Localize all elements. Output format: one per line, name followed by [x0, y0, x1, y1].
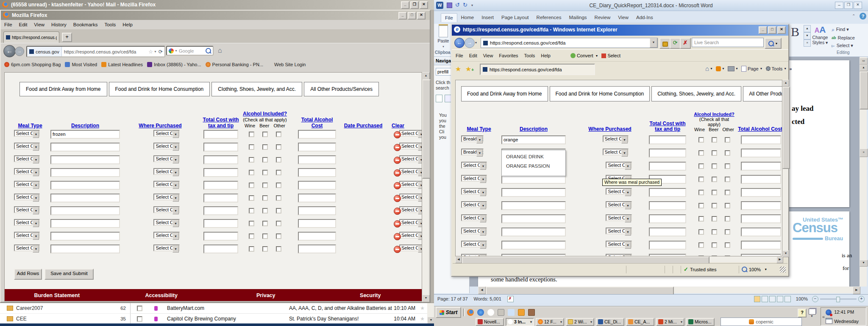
where-purchased-select[interactable]: Select One: [606, 162, 632, 169]
wine-checkbox[interactable]: [698, 203, 704, 208]
favorites-tab[interactable]: https://respond.census.gov/ced/fda: [480, 64, 595, 75]
ribbon-tab[interactable]: Add-Ins: [632, 13, 657, 22]
taskbar-window-button[interactable]: CE_Di...: [596, 318, 624, 326]
ruler-toggle-icon[interactable]: ▭: [860, 58, 868, 65]
word-count[interactable]: Words: 5,001: [474, 296, 501, 301]
help-icon[interactable]: ?: [860, 13, 866, 20]
scroll-up-icon[interactable]: ▲: [782, 80, 789, 87]
description-input[interactable]: [501, 228, 566, 236]
description-input[interactable]: [501, 214, 566, 223]
security-lock-icon[interactable]: [659, 38, 670, 49]
other-checkbox[interactable]: [725, 137, 730, 143]
bookmark-item[interactable]: Latest Headlines: [101, 62, 143, 67]
styles-scroll-up-icon[interactable]: ▲: [804, 25, 811, 32]
wine-checkbox[interactable]: [698, 190, 704, 195]
alcohol-cost-input[interactable]: [298, 143, 336, 152]
maximize-button[interactable]: □: [408, 12, 416, 20]
beer-checkbox[interactable]: [262, 208, 268, 214]
site-identity-chip[interactable]: census.gov: [27, 47, 62, 56]
browser-tab[interactable]: https://respond.census.gov/ced/fda: [3, 31, 59, 43]
styles-scroll-down-icon[interactable]: ▼: [804, 32, 811, 39]
clear-row-button[interactable]: [394, 233, 401, 240]
firefox-titlebar[interactable]: Mozilla Firefox _ □ ✕: [1, 11, 430, 20]
wine-checkbox[interactable]: [698, 150, 704, 156]
meal-type-select[interactable]: Select One: [14, 244, 40, 251]
menu-item[interactable]: History: [48, 22, 70, 27]
where-purchased-select[interactable]: Select One: [153, 130, 179, 137]
maximize-button[interactable]: □: [768, 26, 776, 34]
zoom-out-icon[interactable]: −: [812, 296, 818, 302]
form-tab[interactable]: All Other Products/Services: [304, 82, 379, 96]
clear-row-button[interactable]: [394, 144, 401, 151]
history-dropdown-icon[interactable]: ▾: [475, 41, 477, 45]
clock-time[interactable]: 12:41 PM: [834, 309, 859, 315]
scroll-down-icon[interactable]: ▼: [860, 260, 868, 267]
alcohol-cost-input[interactable]: [741, 228, 781, 236]
menu-item[interactable]: Help: [538, 53, 554, 58]
scroll-down-icon[interactable]: ▼: [782, 250, 789, 257]
close-button[interactable]: ✕: [854, 2, 862, 9]
total-cost-input[interactable]: [203, 206, 238, 215]
autocomplete-option[interactable]: ORANGE DRINK: [502, 152, 565, 161]
meal-type-select[interactable]: Select One: [14, 194, 40, 200]
back-button[interactable]: ←: [3, 45, 16, 57]
search-go-button[interactable]: ▼: [765, 38, 782, 49]
beer-checkbox[interactable]: [712, 177, 717, 182]
wine-checkbox[interactable]: [698, 137, 704, 143]
menu-item[interactable]: Edit: [16, 22, 31, 27]
other-checkbox[interactable]: [276, 221, 281, 226]
other-checkbox[interactable]: [276, 208, 281, 214]
search-engine-dropdown-icon[interactable]: ▼: [175, 49, 178, 52]
meal-type-select[interactable]: Select One: [14, 181, 40, 188]
url-bar[interactable]: census.gov https://respond.census.gov/ce…: [26, 46, 165, 57]
beer-checkbox[interactable]: [712, 137, 717, 143]
description-input[interactable]: [50, 168, 120, 177]
find-button[interactable]: ⌕Find ▾: [832, 25, 855, 34]
description-input[interactable]: [50, 181, 120, 190]
url-text[interactable]: https://respond.census.gov/ced/fda: [62, 49, 149, 54]
meal-type-select[interactable]: Select One: [14, 168, 40, 175]
description-input[interactable]: [50, 206, 120, 215]
ribbon-tab[interactable]: Page Layout: [498, 13, 533, 22]
refresh-icon[interactable]: ⟳: [670, 38, 681, 49]
meal-type-select[interactable]: Select One: [461, 214, 487, 221]
wine-checkbox[interactable]: [249, 208, 254, 214]
alcohol-cost-input[interactable]: [298, 168, 336, 177]
address-url[interactable]: https://respond.census.gov/ced/fda: [490, 40, 650, 45]
date-purchased-select[interactable]: Select One: [399, 244, 422, 251]
where-purchased-select[interactable]: Select One: [606, 228, 632, 234]
other-checkbox[interactable]: [725, 190, 730, 195]
wine-checkbox[interactable]: [249, 221, 254, 226]
description-input[interactable]: orange: [501, 135, 566, 144]
beer-checkbox[interactable]: [262, 170, 268, 175]
total-cost-input[interactable]: [203, 244, 238, 253]
other-checkbox[interactable]: [276, 132, 281, 137]
col-description[interactable]: Description: [501, 126, 566, 132]
search-placeholder[interactable]: Google: [179, 48, 206, 53]
date-purchased-select[interactable]: Select One: [399, 155, 422, 162]
word-titlebar[interactable]: W ↺ ↻ ▾ CE_Diary_QuickReport_120314.docx…: [434, 0, 868, 11]
description-input[interactable]: [501, 188, 566, 197]
taskbar-window-button[interactable]: 12 F...: [536, 318, 564, 326]
date-purchased-select[interactable]: Select One: [399, 181, 422, 188]
restore-button[interactable]: ❐: [844, 2, 853, 9]
menu-item[interactable]: Bookmarks: [70, 22, 101, 27]
date-purchased-select[interactable]: Select One: [399, 194, 422, 200]
col-total-cost[interactable]: Total Cost with tax and tip: [649, 121, 686, 132]
col-total-alcohol-cost[interactable]: Total Alcohol Cost: [737, 126, 782, 132]
wine-checkbox[interactable]: [249, 246, 254, 252]
other-checkbox[interactable]: [725, 163, 730, 169]
home-icon[interactable]: ⌂: [218, 47, 222, 54]
col-clear[interactable]: Clear: [389, 123, 407, 129]
meal-type-select[interactable]: Select One: [461, 188, 487, 195]
description-input[interactable]: [50, 155, 120, 164]
clear-row-button[interactable]: [394, 208, 401, 215]
ie-hscrollbar[interactable]: ◀ ▶: [455, 256, 782, 262]
minimize-button[interactable]: _: [398, 12, 407, 20]
feeds-icon[interactable]: [716, 66, 721, 71]
date-purchased-select[interactable]: Select One: [399, 219, 422, 226]
where-purchased-select[interactable]: Select One: [603, 149, 629, 155]
toolbar-overflow-icon[interactable]: »: [789, 66, 792, 71]
page-scrollbar[interactable]: ▲ ▼: [422, 72, 429, 301]
tray-app-icon[interactable]: [826, 309, 832, 315]
